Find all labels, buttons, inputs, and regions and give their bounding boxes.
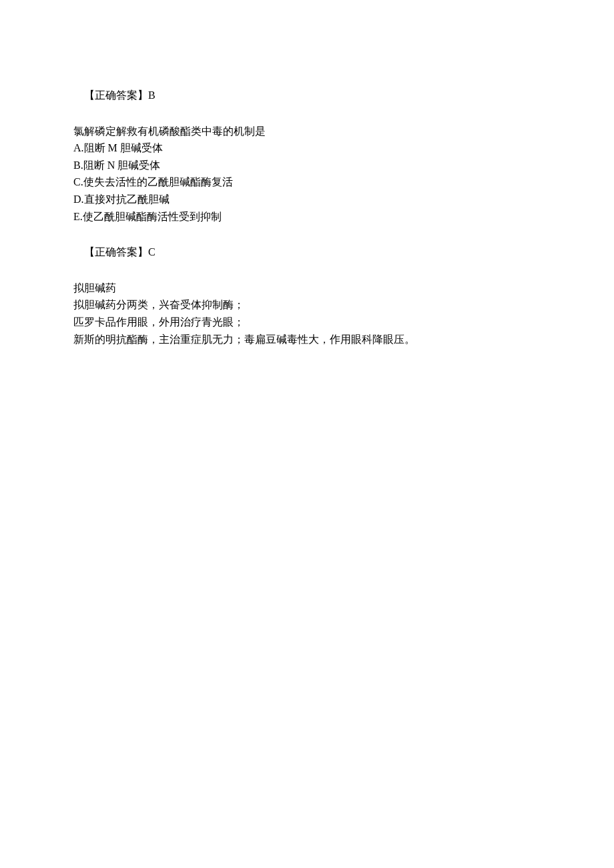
note-line-4: 新斯的明抗酯酶，主治重症肌无力；毒扁豆碱毒性大，作用眼科降眼压。 [73,331,541,348]
option-a: A.阻断 M 胆碱受体 [73,139,541,157]
note-line-1: 拟胆碱药 [73,280,541,297]
answer-label-2: 【正确答案】C [73,244,541,261]
question-block: 氯解磷定解救有机磷酸酯类中毒的机制是 A.阻断 M 胆碱受体 B.阻断 N 胆碱… [73,123,541,226]
note-line-2: 拟胆碱药分两类，兴奋受体抑制酶； [73,296,541,314]
option-c: C.使失去活性的乙酰胆碱酯酶复活 [73,173,541,191]
question-stem: 氯解磷定解救有机磷酸酯类中毒的机制是 [73,123,541,140]
option-b: B.阻断 N 胆碱受体 [73,157,541,174]
option-e: E.使乙酰胆碱酯酶活性受到抑制 [73,208,541,226]
note-line-3: 匹罗卡品作用眼，外用治疗青光眼； [73,314,541,331]
answer-label-1: 【正确答案】B [73,87,541,104]
option-d: D.直接对抗乙酰胆碱 [73,191,541,208]
notes-section: 拟胆碱药 拟胆碱药分两类，兴奋受体抑制酶； 匹罗卡品作用眼，外用治疗青光眼； 新… [73,280,541,348]
